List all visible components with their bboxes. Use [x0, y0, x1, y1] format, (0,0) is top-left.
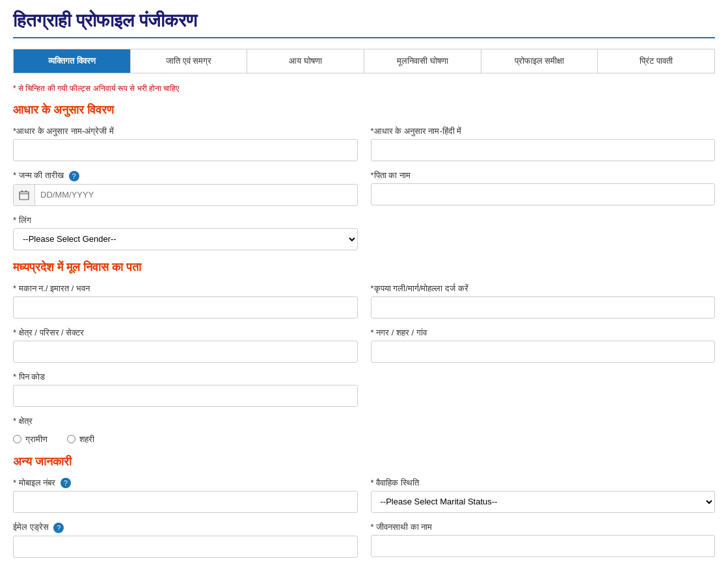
pincode-label: * पिन कोड — [13, 372, 358, 382]
marital-select[interactable]: --Please Select Marital Status-- अविवाहि… — [371, 491, 716, 513]
email-input[interactable] — [13, 536, 358, 558]
section-aadhar-title: आधार के अनुसार विवरण — [13, 103, 715, 117]
gender-label: * लिंग — [13, 215, 358, 226]
tab-print[interactable]: प्रिंट पावती — [598, 49, 714, 73]
email-label: ईमेल एड्रेस ? — [13, 522, 358, 533]
zone-label: * क्षेत्र — [13, 416, 358, 426]
city-label: * नगर / शहर / गांव — [371, 328, 716, 338]
email-info-icon[interactable]: ? — [53, 523, 64, 533]
mobile-label: * मोबाइल नंबर ? — [13, 478, 358, 489]
street-label: *कृपया गली/मार्ग/मोहल्ला दर्ज करें — [371, 283, 716, 294]
zone-radio-group: ग्रामीण शहरी — [13, 434, 358, 445]
area-input[interactable] — [13, 341, 358, 363]
page-title: हितग्राही प्रोफाइल पंजीकरण — [13, 10, 715, 38]
name-hindi-label: *आधार के अनुसार नाम-हिंदी में — [371, 126, 716, 137]
mobile-input[interactable] — [13, 491, 358, 513]
tab-personal[interactable]: व्यक्तिगत विवरण — [14, 49, 131, 73]
house-no-input[interactable] — [13, 296, 358, 319]
tab-profile[interactable]: प्रोफाइल समीक्षा — [481, 49, 599, 73]
urban-radio-label[interactable]: शहरी — [67, 434, 94, 445]
house-no-label: * मकान न./ इमारत / भवन — [13, 283, 358, 294]
rural-label: ग्रामीण — [25, 434, 47, 445]
father-name-label: *पिता का नाम — [371, 170, 716, 181]
mobile-info-icon[interactable]: ? — [61, 478, 71, 488]
rural-radio[interactable] — [13, 435, 21, 443]
calendar-icon[interactable] — [14, 185, 35, 205]
rural-radio-label[interactable]: ग्रामीण — [13, 434, 47, 445]
dob-info-icon[interactable]: ? — [69, 171, 79, 181]
pincode-input[interactable] — [13, 385, 358, 407]
spouse-name-label: * जीवनसाथी का नाम — [371, 522, 716, 532]
dob-input[interactable] — [35, 186, 357, 203]
name-english-input[interactable] — [13, 139, 358, 161]
name-english-label: *आधार के अनुसार नाम-अंग्रेजी में — [13, 126, 358, 137]
section-address-title: मध्यप्रदेश में मूल निवास का पता — [13, 261, 715, 274]
urban-radio[interactable] — [67, 435, 75, 443]
required-note: * से चिन्हित की गयी फील्ट्स अनिवार्य रूप… — [13, 84, 715, 93]
tab-native[interactable]: मूलनिवासी घोषणा — [364, 49, 481, 73]
dob-label: * जन्म की तारीख ? — [13, 170, 358, 181]
svg-rect-0 — [20, 192, 29, 200]
tab-income[interactable]: आय घोषणा — [247, 49, 364, 73]
marital-label: * वैवाहिक स्थिति — [371, 478, 716, 488]
city-input[interactable] — [371, 341, 716, 363]
father-name-input[interactable] — [371, 183, 716, 205]
urban-label: शहरी — [79, 434, 94, 445]
gender-select[interactable]: --Please Select Gender-- पुरुष महिला अन्… — [13, 228, 358, 250]
street-input[interactable] — [371, 296, 716, 319]
name-hindi-input[interactable] — [371, 139, 716, 161]
tab-caste[interactable]: जाति एवं समग्र — [131, 49, 248, 73]
tab-bar: व्यक्तिगत विवरण जाति एवं समग्र आय घोषणा … — [13, 49, 715, 73]
area-label: * क्षेत्र / परिसर / सेक्टर — [13, 328, 358, 338]
dob-date-wrapper — [13, 184, 358, 206]
spouse-name-input[interactable] — [371, 535, 716, 557]
section-other-title: अन्य जानकारी — [13, 455, 715, 469]
